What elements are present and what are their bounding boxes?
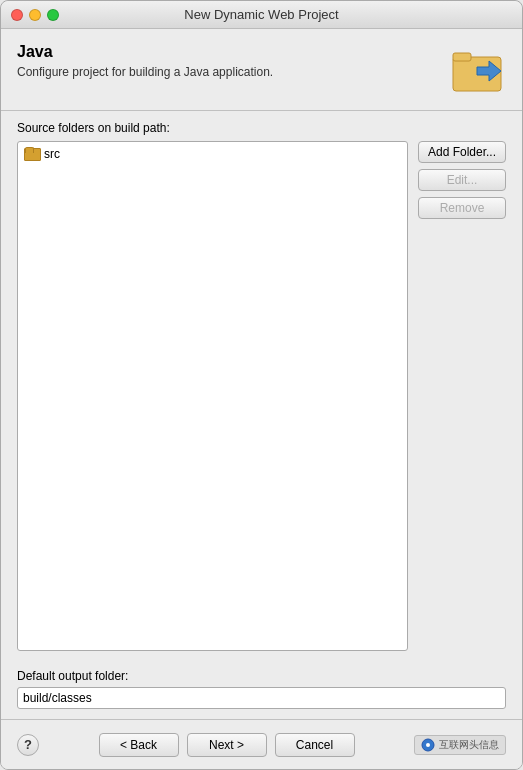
bottom-right: 互联网头信息: [414, 735, 506, 755]
source-folder-name: src: [44, 147, 60, 161]
header-text: Java Configure project for building a Ja…: [17, 43, 451, 79]
brand-label: 互联网头信息: [439, 738, 499, 752]
svg-rect-1: [453, 53, 471, 61]
source-section-label: Source folders on build path:: [17, 121, 506, 135]
svg-point-4: [426, 743, 430, 747]
edit-button[interactable]: Edit...: [418, 169, 506, 191]
folder-icon: [24, 147, 40, 161]
back-button[interactable]: < Back: [99, 733, 179, 757]
help-button[interactable]: ?: [17, 734, 39, 756]
next-button[interactable]: Next >: [187, 733, 267, 757]
page-title: Java: [17, 43, 451, 61]
java-folder-icon: [451, 43, 506, 98]
add-folder-button[interactable]: Add Folder...: [418, 141, 506, 163]
source-area: src Add Folder... Edit... Remove: [17, 141, 506, 651]
main-window: New Dynamic Web Project Java Configure p…: [0, 0, 523, 770]
brand-badge: 互联网头信息: [414, 735, 506, 755]
output-folder-label: Default output folder:: [17, 669, 506, 683]
window-title: New Dynamic Web Project: [184, 7, 338, 22]
output-section: Default output folder:: [1, 661, 522, 719]
java-icon: [451, 43, 506, 98]
page-description: Configure project for building a Java ap…: [17, 65, 451, 79]
maximize-button[interactable]: [47, 9, 59, 21]
sidebar-buttons: Add Folder... Edit... Remove: [418, 141, 506, 651]
header-section: Java Configure project for building a Ja…: [1, 29, 522, 110]
bottom-left: ?: [17, 734, 39, 756]
bottom-center: < Back Next > Cancel: [99, 733, 355, 757]
close-button[interactable]: [11, 9, 23, 21]
minimize-button[interactable]: [29, 9, 41, 21]
window-controls: [11, 9, 59, 21]
main-body: Source folders on build path: src Add Fo…: [1, 111, 522, 661]
title-bar: New Dynamic Web Project: [1, 1, 522, 29]
brand-icon: [421, 738, 435, 752]
bottom-bar: ? < Back Next > Cancel 互联网头信息: [1, 719, 522, 769]
cancel-button[interactable]: Cancel: [275, 733, 355, 757]
remove-button[interactable]: Remove: [418, 197, 506, 219]
source-folder-list[interactable]: src: [17, 141, 408, 651]
source-folder-item: src: [22, 146, 403, 162]
output-folder-input[interactable]: [17, 687, 506, 709]
